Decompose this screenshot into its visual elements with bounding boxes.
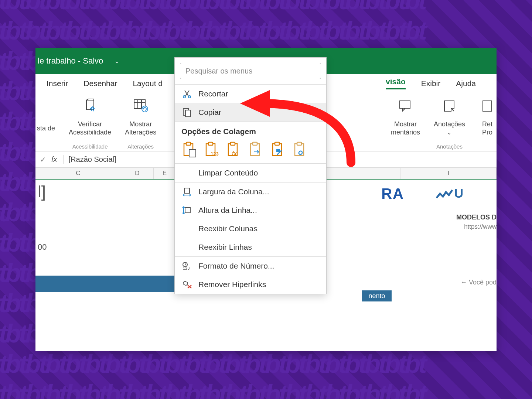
tab-fragment: nento xyxy=(362,290,392,301)
svg-rect-0 xyxy=(86,100,94,110)
menu-unhide-columns[interactable]: Reexibir Colunas xyxy=(175,219,326,238)
menu-cut[interactable]: Recortar xyxy=(175,85,326,103)
ribbon-partial-left: sta de . xyxy=(35,96,62,151)
menu-column-width-label: Largura da Coluna... xyxy=(198,187,269,196)
url-text: https://www xyxy=(464,223,497,231)
paste-formatting-icon[interactable] xyxy=(270,141,287,158)
modelos-text: MODELOS D xyxy=(456,214,497,221)
ribbon-show-comments-label: Mostrarmentários xyxy=(391,120,420,136)
column-width-icon xyxy=(181,186,192,197)
ribbon-group-changes[interactable]: MostrarAlterações Alterações xyxy=(118,96,163,151)
menu-unhide-columns-label: Reexibir Colunas xyxy=(198,224,258,233)
accessibility-icon xyxy=(82,98,99,114)
note-icon xyxy=(441,98,458,114)
col-d[interactable]: D xyxy=(121,168,154,179)
workbook-title: le trabalho - Salvo xyxy=(38,56,103,66)
ribbon-group-accessibility[interactable]: VerificarAcessibilidade Acessibilidade xyxy=(62,96,118,151)
cell-00: 00 xyxy=(38,242,47,252)
tab-desenhar[interactable]: Desenhar xyxy=(83,79,117,88)
menu-clear-label: Limpar Conteúdo xyxy=(198,168,258,177)
tab-exibir[interactable]: Exibir xyxy=(421,79,441,88)
menu-column-width[interactable]: Largura da Coluna... xyxy=(175,183,326,201)
paste-formulas-icon[interactable]: fx xyxy=(226,141,243,158)
row-height-icon xyxy=(181,205,192,216)
svg-text:123: 123 xyxy=(183,266,190,270)
svg-rect-25 xyxy=(275,142,279,145)
brand-text: RA xyxy=(381,185,404,202)
menu-remove-hyperlinks[interactable]: Remover Hiperlinks xyxy=(175,275,326,294)
formula-value[interactable]: [Razão Social] xyxy=(63,155,116,164)
svg-rect-17 xyxy=(208,142,213,145)
ribbon-partial-right: RetPro . xyxy=(472,96,497,151)
blank-icon xyxy=(181,167,192,178)
ribbon-mostrar-alt-label: MostrarAlterações xyxy=(125,120,156,136)
menu-search-input[interactable]: Pesquisar os menus xyxy=(180,63,321,79)
paste-options-row: 123 fx xyxy=(175,139,326,163)
scissors-icon xyxy=(181,88,192,99)
ribbon-annotations-label: Anotações⌄ xyxy=(434,120,465,137)
menu-cut-label: Recortar xyxy=(198,89,228,98)
tab-revisao[interactable]: visão xyxy=(386,77,406,89)
titlebar-chevron-icon[interactable]: ⌄ xyxy=(114,57,120,65)
menu-copy-label: Copiar xyxy=(198,108,221,117)
menu-clear-contents[interactable]: Limpar Conteúdo xyxy=(175,164,326,182)
context-menu: Pesquisar os menus Recortar Copiar Opçõe… xyxy=(174,57,327,294)
copy-icon xyxy=(181,107,192,118)
svg-rect-28 xyxy=(297,142,301,145)
svg-text:123: 123 xyxy=(211,151,219,157)
remove-link-icon xyxy=(181,279,192,290)
paste-transpose-icon[interactable] xyxy=(248,141,265,158)
paste-link-icon[interactable] xyxy=(292,141,309,158)
col-c[interactable]: C xyxy=(35,168,121,179)
lock-icon xyxy=(479,98,496,114)
ribbon-group-label-anot: Anotações xyxy=(436,143,463,150)
tab-layout[interactable]: Layout d xyxy=(133,79,163,88)
paste-default-icon[interactable] xyxy=(181,141,198,158)
menu-number-format-label: Formato de Número... xyxy=(198,262,274,270)
tab-inserir[interactable]: Inserir xyxy=(47,79,68,88)
comment-icon xyxy=(397,98,414,114)
menu-unhide-rows[interactable]: Reexibir Linhas xyxy=(175,238,326,256)
brand-logo-2: U xyxy=(436,186,463,202)
ribbon-verificar-label: VerificarAcessibilidade xyxy=(69,120,111,136)
search-placeholder: Pesquisar os menus xyxy=(185,67,252,75)
svg-text:fx: fx xyxy=(232,150,237,157)
svg-rect-20 xyxy=(231,142,235,145)
ribbon-partial-right-label: RetPro xyxy=(482,120,492,136)
svg-rect-8 xyxy=(483,101,492,111)
menu-remove-hyperlinks-label: Remover Hiperlinks xyxy=(198,280,266,289)
paste-values-icon[interactable]: 123 xyxy=(204,141,221,158)
ribbon-show-comments[interactable]: Mostrarmentários . xyxy=(384,96,427,151)
cell-razao-partial: l] xyxy=(38,183,46,201)
blank-icon-3 xyxy=(181,242,192,253)
svg-rect-29 xyxy=(184,188,190,193)
svg-rect-12 xyxy=(185,110,191,117)
svg-point-9 xyxy=(183,96,185,98)
ribbon-group-label-acess: Acessibilidade xyxy=(72,143,108,150)
changes-icon xyxy=(132,98,149,114)
ribbon-group-label-alt: Alterações xyxy=(127,143,154,150)
paste-options-title: Opções de Colagem xyxy=(175,122,326,139)
menu-row-height-label: Altura da Linha... xyxy=(198,206,257,215)
col-e[interactable]: E xyxy=(154,168,176,179)
hint-text: ← Você pod xyxy=(460,279,497,286)
ribbon-annotations[interactable]: Anotações⌄ Anotações xyxy=(427,96,472,151)
ribbon-partial-left-label: sta de xyxy=(37,124,55,132)
svg-rect-7 xyxy=(400,101,410,108)
svg-point-10 xyxy=(188,96,191,98)
formula-confirm-icon[interactable]: ✓ xyxy=(40,155,46,164)
svg-rect-23 xyxy=(253,142,257,145)
svg-rect-30 xyxy=(185,208,190,213)
number-format-icon: 123 xyxy=(181,260,192,272)
svg-rect-15 xyxy=(189,150,196,157)
blank-icon-2 xyxy=(181,223,192,234)
fx-label[interactable]: fx xyxy=(51,155,57,164)
menu-row-height[interactable]: Altura da Linha... xyxy=(175,201,326,219)
menu-number-format[interactable]: 123 Formato de Número... xyxy=(175,257,326,275)
tab-ajuda[interactable]: Ajuda xyxy=(456,79,476,88)
menu-copy[interactable]: Copiar xyxy=(175,103,326,122)
svg-rect-14 xyxy=(186,142,191,145)
svg-rect-26 xyxy=(276,149,280,152)
col-i[interactable]: I xyxy=(400,168,497,179)
menu-unhide-rows-label: Reexibir Linhas xyxy=(198,243,252,252)
